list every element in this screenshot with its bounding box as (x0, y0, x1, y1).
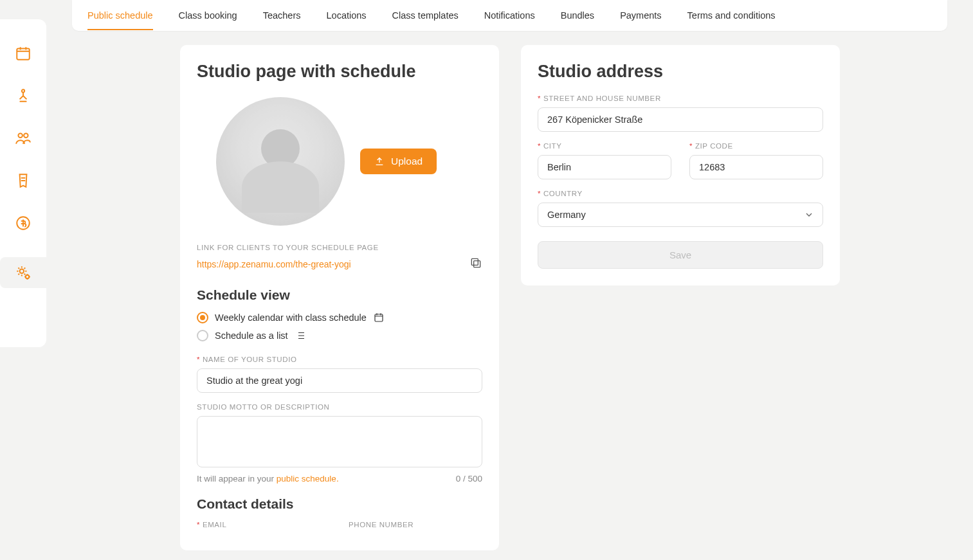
tab-payments[interactable]: Payments (620, 1, 661, 30)
studio-page-title: Studio page with schedule (197, 62, 482, 82)
tab-bundles[interactable]: Bundles (561, 1, 594, 30)
studio-motto-label: STUDIO MOTTO OR DESCRIPTION (197, 403, 482, 411)
studio-address-card: Studio address STREET AND HOUSE NUMBER C… (521, 45, 840, 285)
svg-rect-7 (474, 261, 480, 267)
avatar-upload-row: Upload (216, 97, 482, 226)
zip-input[interactable] (689, 155, 823, 179)
radio-list-indicator (197, 330, 208, 341)
yoga-icon[interactable] (15, 87, 32, 104)
svg-point-2 (18, 133, 23, 138)
country-label: COUNTRY (538, 190, 823, 197)
city-label: CITY (538, 142, 671, 150)
copy-icon[interactable] (469, 257, 482, 272)
svg-rect-9 (375, 314, 383, 321)
tabs-bar: Public schedule Class booking Teachers L… (72, 0, 947, 31)
tab-terms[interactable]: Terms and conditions (687, 1, 776, 30)
schedule-link[interactable]: https://app.zenamu.com/the-great-yogi (197, 259, 351, 269)
tab-class-booking[interactable]: Class booking (179, 1, 237, 30)
calendar-icon[interactable] (15, 45, 32, 62)
tab-locations[interactable]: Locations (327, 1, 367, 30)
tab-class-templates[interactable]: Class templates (392, 1, 459, 30)
email-label: EMAIL (197, 521, 331, 528)
settings-icon[interactable] (0, 257, 46, 288)
calendar-small-icon (373, 312, 385, 323)
radio-weekly-label: Weekly calendar with class schedule (215, 312, 367, 323)
svg-point-6 (26, 275, 29, 278)
svg-rect-0 (17, 48, 30, 59)
svg-point-3 (24, 133, 28, 138)
svg-rect-8 (471, 258, 478, 265)
street-input[interactable] (538, 107, 823, 132)
save-button[interactable]: Save (538, 241, 823, 269)
people-icon[interactable] (15, 130, 32, 147)
chevron-down-icon (804, 210, 814, 220)
sidebar (0, 19, 46, 347)
studio-name-label: NAME OF YOUR STUDIO (197, 356, 482, 363)
schedule-link-label: LINK FOR CLIENTS TO YOUR SCHEDULE PAGE (197, 244, 482, 251)
motto-helper: It will appear in your public schedule. (197, 474, 339, 483)
motto-char-count: 0 / 500 (456, 474, 482, 483)
phone-label: PHONE NUMBER (349, 521, 482, 528)
radio-weekly[interactable]: Weekly calendar with class schedule (197, 312, 482, 323)
public-schedule-link[interactable]: public schedule. (277, 474, 339, 483)
street-label: STREET AND HOUSE NUMBER (538, 95, 823, 102)
money-icon[interactable] (15, 215, 32, 231)
list-icon (295, 330, 306, 341)
city-input[interactable] (538, 155, 671, 179)
studio-address-title: Studio address (538, 62, 823, 82)
studio-avatar (216, 97, 345, 226)
invoice-icon[interactable] (15, 172, 32, 189)
radio-list[interactable]: Schedule as a list (197, 330, 482, 341)
schedule-view-heading: Schedule view (197, 287, 482, 303)
tab-notifications[interactable]: Notifications (484, 1, 535, 30)
studio-name-input[interactable] (197, 368, 482, 393)
contact-details-heading: Contact details (197, 496, 482, 512)
tab-public-schedule[interactable]: Public schedule (87, 1, 153, 30)
svg-point-1 (22, 89, 24, 92)
zip-label: ZIP CODE (689, 142, 823, 150)
country-select[interactable] (538, 203, 823, 227)
upload-button[interactable]: Upload (360, 149, 437, 174)
studio-motto-input[interactable] (197, 416, 482, 467)
upload-button-label: Upload (391, 156, 423, 167)
content-area: Studio page with schedule Upload LINK FO… (180, 45, 947, 560)
radio-list-label: Schedule as a list (215, 330, 288, 341)
studio-page-card: Studio page with schedule Upload LINK FO… (180, 45, 499, 550)
upload-icon (374, 156, 385, 167)
tab-teachers[interactable]: Teachers (263, 1, 301, 30)
motto-helper-prefix: It will appear in your (197, 474, 277, 483)
svg-point-5 (20, 269, 24, 274)
radio-weekly-indicator (197, 312, 208, 323)
